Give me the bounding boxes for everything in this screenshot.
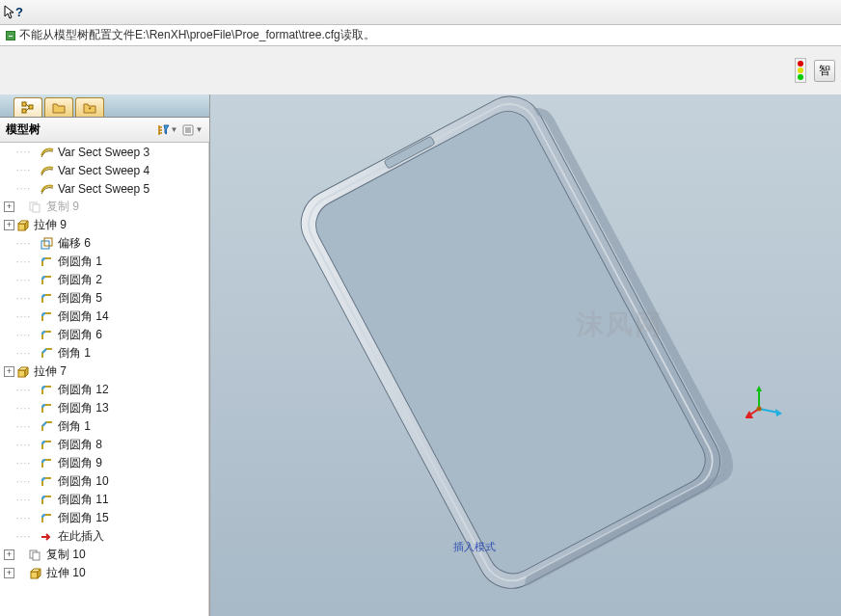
tree-connector: ···· [16,311,40,322]
tree-item-label: 拉伸 10 [46,565,86,581]
tree-item[interactable]: ····倒角 1 [0,417,208,436]
round-icon [40,255,55,269]
tree-item-label: 倒圆角 13 [58,400,109,416]
expand-icon[interactable]: + [4,201,14,212]
tree-connector: ···· [16,238,40,249]
copy-icon [28,201,43,214]
panel-tabs: * [0,94,209,118]
tree-item[interactable]: +拉伸 10 [0,564,208,582]
tree-connector: ···· [16,147,40,157]
watermark: 沫风网 [577,307,664,343]
tree-item[interactable]: ····倒圆角 8 [0,436,208,454]
extrude-icon [15,365,31,379]
tree-connector: ···· [16,440,40,450]
tree-connector: ···· [16,385,40,395]
viewport-3d[interactable]: 沫风网 插入模式 [210,94,841,616]
tree-item[interactable]: +拉伸 7 [0,362,208,381]
expand-icon[interactable]: + [4,366,14,377]
round-icon [40,494,55,507]
left-panel: * 模型树 ▼ ▼ ····Var Sect Sweep 3····Var Se… [0,94,210,616]
tree-item[interactable]: ····在此插入 [0,527,208,546]
tree-item-label: 拉伸 7 [34,363,67,380]
expand-icon[interactable]: + [4,568,14,578]
offset-icon [40,237,55,251]
svg-rect-13 [41,241,49,249]
tree-item-label: 倒圆角 10 [58,473,109,490]
tree-item[interactable]: ····倒圆角 15 [0,509,208,527]
tree-item[interactable]: ····偏移 6 [0,234,208,253]
svg-marker-28 [775,409,782,416]
tree-item-label: 倒圆角 14 [58,308,109,325]
chamfer-icon [40,347,55,361]
tree-connector: ···· [16,513,40,523]
tree-item-label: Var Sect Sweep 5 [58,182,149,196]
expand-icon[interactable]: + [4,220,14,230]
round-icon [40,402,55,415]
viewport-mode-label: 插入模式 [453,540,496,554]
tree-connector: ···· [16,330,40,340]
tree-item[interactable]: +复制 10 [0,546,208,564]
tree-connector: ···· [16,458,40,469]
tree-item[interactable]: ····Var Sect Sweep 4 [0,161,208,179]
tree-item-label: 倒圆角 12 [58,382,109,398]
tree-item-label: Var Sect Sweep 3 [58,146,149,159]
tree-settings-button[interactable]: ▼ [180,121,203,140]
tree-item-label: 倒角 1 [58,418,91,435]
chamfer-icon [40,420,55,434]
svg-rect-0 [22,102,26,106]
panel-title: 模型树 [6,121,153,138]
panel-header: 模型树 ▼ ▼ [0,118,209,143]
svg-text:*: * [89,106,92,113]
svg-rect-16 [18,370,25,377]
tree-item-label: 复制 10 [46,547,86,563]
tree-item[interactable]: ····倒圆角 5 [0,289,208,308]
round-icon [40,457,55,470]
svg-point-31 [757,407,762,412]
round-icon [40,292,55,306]
model-tree[interactable]: ····Var Sect Sweep 3····Var Sect Sweep 4… [0,143,209,616]
tree-item[interactable]: ····Var Sect Sweep 3 [0,143,208,161]
tree-item[interactable]: ····Var Sect Sweep 5 [0,179,208,198]
tree-filter-button[interactable]: ▼ [155,121,178,140]
tab-model-tree[interactable] [14,97,42,117]
round-icon [40,274,55,287]
tree-connector: ···· [16,293,40,304]
round-icon [40,310,55,324]
tree-item[interactable]: +拉伸 9 [0,216,208,234]
extrude-icon [28,567,43,580]
tree-item[interactable]: ····倒圆角 11 [0,491,208,509]
help-button[interactable]: ? [15,5,23,19]
traffic-light-icon[interactable] [795,58,806,83]
tree-item[interactable]: ····倒圆角 9 [0,454,208,472]
round-icon [40,384,55,397]
round-icon [40,329,55,342]
copy-icon [28,549,43,562]
tree-item[interactable]: ····倒圆角 10 [0,472,208,491]
tree-item[interactable]: ····倒圆角 6 [0,326,208,344]
tree-connector: ···· [16,495,40,505]
tree-item[interactable]: ····倒圆角 2 [0,271,208,289]
message-text: 不能从模型树配置文件E:\RenXH\proeFile\Proe_format\… [19,27,375,43]
right-label-button[interactable]: 智 [814,60,835,82]
tree-connector: ···· [16,256,40,267]
tree-item-label: Var Sect Sweep 4 [58,164,149,177]
insert-icon [40,530,55,544]
tree-connector: ···· [16,421,40,432]
tree-item-label: 倒圆角 6 [58,327,102,343]
svg-rect-2 [29,105,33,109]
tab-folder[interactable] [44,97,73,117]
svg-line-27 [759,409,778,413]
svg-rect-19 [33,552,40,560]
tab-favorites[interactable]: * [75,97,104,117]
tree-item[interactable]: ····倒角 1 [0,344,208,362]
tree-item[interactable]: +复制 9 [0,198,208,216]
tree-item[interactable]: ····倒圆角 1 [0,253,208,271]
svg-rect-14 [44,238,52,246]
expand-icon[interactable]: + [4,549,14,560]
tree-item[interactable]: ····倒圆角 14 [0,308,208,326]
svg-rect-12 [18,224,25,230]
tree-item-label: 拉伸 9 [34,217,67,233]
tree-connector: ···· [16,183,40,194]
tree-item[interactable]: ····倒圆角 12 [0,381,208,399]
tree-item[interactable]: ····倒圆角 13 [0,399,208,417]
